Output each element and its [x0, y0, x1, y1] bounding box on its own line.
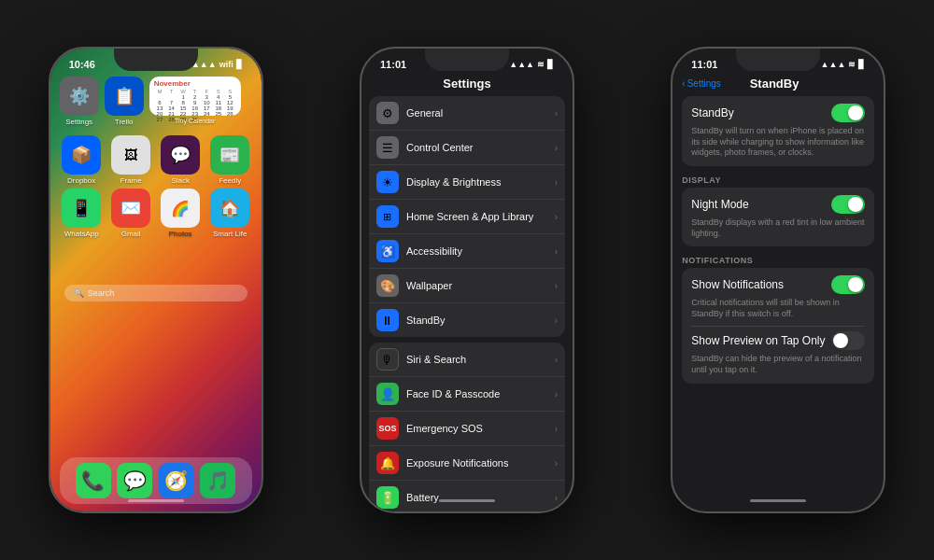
wallpaper-label: Wallpaper	[406, 280, 555, 291]
standby-label: StandBy	[406, 315, 555, 326]
settings-exposure[interactable]: 🔔 Exposure Notifications ›	[369, 446, 565, 481]
settings-face-id[interactable]: 👤 Face ID & Passcode ›	[369, 377, 565, 412]
standby-icon: ⏸	[376, 309, 399, 331]
home-screen-label: Home Screen & App Library	[406, 211, 555, 222]
app-frame[interactable]: 🖼 Frame	[109, 135, 153, 185]
notifications-section-wrapper: NOTIFICATIONS Show Notifications Critica…	[682, 252, 874, 383]
search-text: Search	[88, 288, 115, 298]
app-settings[interactable]: ⚙️ Settings	[60, 77, 99, 126]
phone-3: 11:01 ▲▲▲ ≋ ▊ ‹ Settings StandBy StandBy	[671, 47, 885, 513]
display-brightness-label: Display & Brightness	[406, 176, 555, 188]
night-mode-row: Night Mode	[691, 195, 865, 214]
settings-accessibility[interactable]: ♿ Accessibility ›	[369, 234, 565, 269]
control-center-label: Control Center	[406, 142, 555, 153]
time-3: 11:01	[691, 59, 717, 70]
notifications-section: Show Notifications Critical notification…	[682, 268, 874, 383]
settings-title: Settings	[361, 75, 573, 96]
app-label: Smart Life	[213, 230, 247, 238]
wifi-icon: wifi	[219, 60, 234, 69]
app-label: Feedly	[219, 176, 241, 185]
widget-label: Tiny Calendar	[175, 118, 215, 124]
back-button[interactable]: ‹ Settings	[682, 78, 720, 89]
app-label: Trello	[115, 118, 134, 126]
app-whatsapp[interactable]: 📱 WhatsApp	[60, 189, 104, 238]
app-slack[interactable]: 💬 Slack	[159, 135, 203, 185]
settings-standby[interactable]: ⏸ StandBy ›	[369, 303, 565, 337]
night-mode-label: Night Mode	[691, 198, 748, 211]
settings-home-screen[interactable]: ⊞ Home Screen & App Library ›	[369, 200, 565, 234]
status-icons-3: ▲▲▲ ≋ ▊	[821, 60, 866, 69]
dock-safari[interactable]: 🧭	[159, 463, 194, 498]
settings-sos[interactable]: SOS Emergency SOS ›	[369, 412, 565, 446]
sos-label: Emergency SOS	[406, 423, 555, 434]
dock-phone[interactable]: 📞	[76, 463, 111, 498]
dock: 📞 💬 🧭 🎵	[60, 457, 252, 504]
battery-icon: 🔋	[376, 486, 399, 509]
settings-control-center[interactable]: ☰ Control Center ›	[369, 131, 565, 165]
wifi-icon: ≋	[537, 60, 545, 69]
settings-section-1: ⚙ General › ☰ Control Center › ☀ Display…	[369, 96, 565, 337]
app-label: Frame	[120, 176, 142, 185]
status-icons-1: ▲▲▲ wifi ▊	[191, 60, 243, 69]
time-1: 10:46	[69, 59, 95, 70]
phone-1: 10:46 ▲▲▲ wifi ▊ ⚙️ Settings 📋 Trello No…	[49, 47, 263, 513]
face-id-label: Face ID & Passcode	[406, 388, 555, 399]
settings-general[interactable]: ⚙ General ›	[369, 96, 565, 131]
app-label: Gmail	[121, 230, 141, 238]
back-label: Settings	[687, 78, 721, 89]
signal-icon: ▲▲▲	[191, 60, 217, 69]
home-screen-icon: ⊞	[376, 205, 399, 228]
app-gmail[interactable]: ✉️ Gmail	[109, 189, 153, 238]
show-notifications-desc: Critical notifications will still be sho…	[691, 298, 865, 319]
app-label: WhatsApp	[64, 230, 99, 238]
search-bar[interactable]: 🔍 Search	[64, 285, 248, 301]
settings-wallpaper[interactable]: 🎨 Wallpaper ›	[369, 269, 565, 303]
dock-messages[interactable]: 💬	[117, 463, 152, 498]
app-photos[interactable]: 🌈 Photos	[159, 189, 203, 238]
display-section-header: DISPLAY	[682, 172, 874, 188]
show-preview-row: Show Preview on Tap Only	[691, 331, 865, 350]
face-id-icon: 👤	[376, 383, 399, 405]
standby-content: StandBy StandBy will turn on when iPhone…	[672, 96, 884, 389]
display-icon: ☀	[376, 171, 399, 193]
app-label: Settings	[65, 118, 92, 126]
signal-icon: ▲▲▲	[821, 60, 846, 69]
battery-icon: ▊	[858, 60, 865, 69]
home-indicator-3	[750, 499, 806, 502]
app-label: Photos	[169, 230, 192, 238]
chevron-icon: ›	[555, 458, 558, 469]
settings-battery[interactable]: 🔋 Battery ›	[369, 481, 565, 511]
dock-spotify[interactable]: 🎵	[200, 463, 235, 498]
accessibility-label: Accessibility	[406, 245, 555, 257]
status-bar-3: 11:01 ▲▲▲ ≋ ▊	[672, 49, 884, 75]
standby-toggle[interactable]	[831, 104, 865, 122]
night-mode-toggle[interactable]	[831, 195, 865, 214]
app-dropbox[interactable]: 📦 Dropbox	[60, 135, 104, 185]
show-preview-toggle[interactable]	[831, 331, 865, 350]
app-feedly[interactable]: 📰 Feedly	[208, 135, 252, 185]
battery-icon: ▊	[236, 60, 243, 69]
nav-bar: ‹ Settings StandBy	[672, 75, 884, 96]
night-mode-section: Night Mode StandBy displays with a red t…	[682, 188, 874, 246]
app-label: Slack	[171, 176, 190, 185]
show-notifications-label: Show Notifications	[691, 278, 784, 291]
show-notifications-toggle[interactable]	[831, 275, 865, 294]
settings-section-2: 🎙 Siri & Search › 👤 Face ID & Passcode ›…	[369, 343, 565, 511]
settings-list: ⚙ General › ☰ Control Center › ☀ Display…	[361, 96, 573, 511]
display-section-wrapper: DISPLAY Night Mode StandBy displays with…	[682, 172, 874, 246]
signal-icon: ▲▲▲	[509, 60, 534, 69]
app-trello[interactable]: 📋 Trello	[105, 77, 144, 126]
siri-label: Siri & Search	[406, 354, 555, 365]
standby-toggle-section: StandBy StandBy will turn on when iPhone…	[682, 96, 874, 166]
settings-display-brightness[interactable]: ☀ Display & Brightness ›	[369, 165, 565, 200]
phone3-screen: 11:01 ▲▲▲ ≋ ▊ ‹ Settings StandBy StandBy	[672, 49, 884, 511]
app-smart-life[interactable]: 🏠 Smart Life	[208, 189, 252, 238]
phone1-screen: 10:46 ▲▲▲ wifi ▊ ⚙️ Settings 📋 Trello No…	[50, 49, 262, 511]
home-indicator	[128, 499, 184, 502]
search-icon: 🔍	[74, 288, 84, 298]
general-label: General	[406, 107, 555, 119]
siri-icon: 🎙	[376, 348, 399, 371]
chevron-icon: ›	[555, 493, 558, 503]
exposure-icon: 🔔	[376, 452, 399, 474]
settings-siri[interactable]: 🎙 Siri & Search ›	[369, 343, 565, 377]
